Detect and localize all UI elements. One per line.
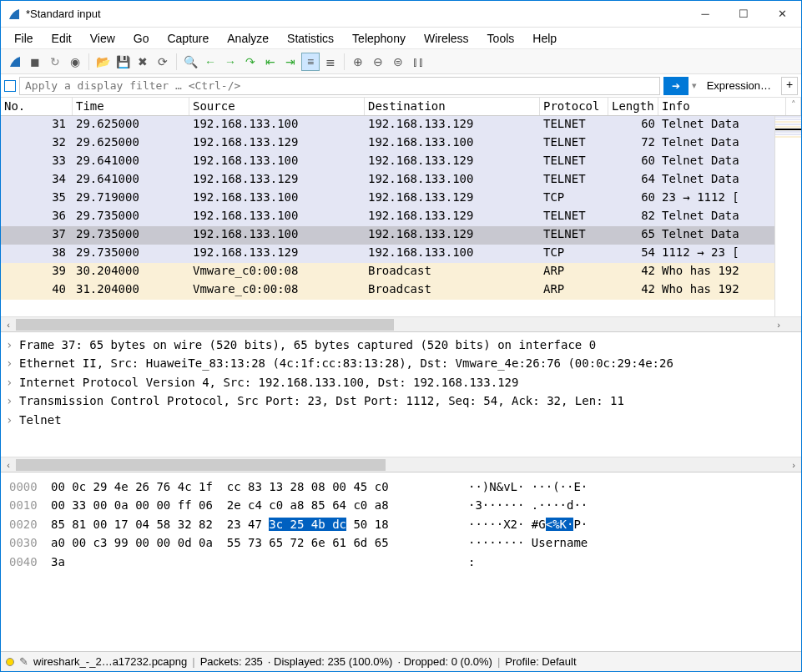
filter-bookmark-icon[interactable] [4,80,16,92]
hex-row[interactable]: 00403a: [9,553,793,571]
status-bar: ✎ wireshark_-_2…a17232.pcapng | Packets:… [1,651,801,671]
menu-edit[interactable]: Edit [43,30,80,47]
status-profile[interactable]: Profile: Default [505,655,576,668]
display-filter-input[interactable] [19,77,660,95]
menu-statistics[interactable]: Statistics [279,30,342,47]
menu-bar: File Edit View Go Capture Analyze Statis… [1,28,801,49]
save-file-icon[interactable]: 💾 [113,53,132,71]
packet-row[interactable]: 3629.735000192.168.133.100192.168.133.12… [1,208,801,226]
status-displayed: · Displayed: 235 (100.0%) [268,655,393,668]
menu-view[interactable]: View [82,30,124,47]
expand-icon[interactable]: › [6,373,19,392]
open-file-icon[interactable]: 📂 [93,53,112,71]
packet-row[interactable]: 3829.735000192.168.133.129192.168.133.10… [1,245,801,263]
packet-row[interactable]: 3229.625000192.168.133.129192.168.133.10… [1,134,801,153]
zoom-reset-icon[interactable]: ⊜ [389,53,407,71]
filter-dropdown-icon[interactable]: ▾ [692,80,697,91]
expand-icon[interactable]: › [6,392,19,410]
menu-file[interactable]: File [6,30,42,47]
col-protocol[interactable]: Protocol [540,98,608,115]
go-back-icon[interactable]: ← [201,53,219,71]
status-dropped: · Dropped: 0 (0.0%) [397,655,492,668]
toolbar-separator [88,53,89,70]
detail-tree-row[interactable]: ›Ethernet II, Src: HuaweiTe_83:13:28 (4c… [6,354,796,372]
expand-icon[interactable]: › [6,354,19,372]
app-icon [8,8,21,21]
col-destination[interactable]: Destination [365,98,540,115]
hex-row[interactable]: 001000 33 00 0a 00 00 ff 06 2e c4 c0 a8 … [9,496,793,514]
packet-row[interactable]: 4031.204000Vmware_c0:00:08BroadcastARP42… [1,281,801,300]
packet-row[interactable]: 3129.625000192.168.133.100192.168.133.12… [1,116,801,134]
zoom-out-icon[interactable]: ⊖ [369,53,387,71]
details-hscroll[interactable]: ‹› [1,457,801,472]
expand-icon[interactable]: › [6,411,19,429]
scroll-up-icon[interactable]: ˄ [786,98,801,115]
expression-button[interactable]: Expression… [700,79,778,92]
resize-columns-icon[interactable]: ⫿⫿ [409,53,427,71]
col-number[interactable]: No. [1,98,73,115]
window-titlebar: *Standard input ─ ☐ ✕ [1,1,801,28]
packet-list-header: No. Time Source Destination Protocol Len… [1,98,801,116]
packet-details-pane[interactable]: ›Frame 37: 65 bytes on wire (520 bits), … [1,331,801,457]
detail-tree-row[interactable]: ›Frame 37: 65 bytes on wire (520 bits), … [6,336,796,354]
menu-help[interactable]: Help [524,30,565,47]
maximize-button[interactable]: ☐ [724,1,763,28]
find-icon[interactable]: 🔍 [181,53,199,71]
restart-capture-icon[interactable]: ↻ [46,53,64,71]
detail-tree-row[interactable]: ›Telnet [6,411,796,429]
capture-options-icon[interactable]: ◉ [66,53,84,71]
hex-row[interactable]: 0030a0 00 c3 99 00 00 0d 0a 55 73 65 72 … [9,533,793,552]
packet-bytes-pane[interactable]: 000000 0c 29 4e 26 76 4c 1f cc 83 13 28 … [1,472,801,651]
reload-icon[interactable]: ⟳ [154,53,172,71]
packet-row[interactable]: 3729.735000192.168.133.100192.168.133.12… [1,226,801,245]
expand-icon[interactable]: › [6,336,19,354]
packet-row[interactable]: 3529.719000192.168.133.100192.168.133.12… [1,189,801,208]
edit-capture-icon[interactable]: ✎ [19,655,28,668]
main-toolbar: ◼ ↻ ◉ 📂 💾 ✖ ⟳ 🔍 ← → ↷ ⇤ ⇥ ≡ ≣ ⊕ ⊖ ⊜ ⫿⫿ [1,49,801,74]
close-button[interactable]: ✕ [763,1,801,28]
menu-analyze[interactable]: Analyze [219,30,277,47]
go-forward-icon[interactable]: → [221,53,240,71]
packet-row[interactable]: 3329.641000192.168.133.100192.168.133.12… [1,153,801,171]
packet-row[interactable]: 3930.204000Vmware_c0:00:08BroadcastARP42… [1,263,801,281]
go-last-icon[interactable]: ⇥ [281,53,300,71]
hex-row[interactable]: 002085 81 00 17 04 58 32 82 23 47 3c 25 … [9,515,793,533]
menu-wireless[interactable]: Wireless [416,30,477,47]
toolbar-separator [176,53,177,70]
close-file-icon[interactable]: ✖ [134,53,152,71]
packet-list-pane: No. Time Source Destination Protocol Len… [1,98,801,316]
detail-tree-row[interactable]: ›Transmission Control Protocol, Src Port… [6,392,796,410]
stop-capture-icon[interactable]: ◼ [26,53,44,71]
go-to-packet-icon[interactable]: ↷ [241,53,260,71]
packet-row[interactable]: 3429.641000192.168.133.129192.168.133.10… [1,171,801,189]
toolbar-separator [344,53,345,70]
col-length[interactable]: Length [608,98,658,115]
apply-filter-button[interactable]: ➔ [663,77,689,95]
filter-bar: ➔ ▾ Expression… + [1,74,801,98]
col-time[interactable]: Time [73,98,189,115]
hex-row[interactable]: 000000 0c 29 4e 26 76 4c 1f cc 83 13 28 … [9,477,793,496]
go-first-icon[interactable]: ⇤ [261,53,280,71]
colorize-icon[interactable]: ≣ [321,53,340,71]
packet-minimap[interactable] [774,116,801,316]
status-packets: Packets: 235 [200,655,263,668]
zoom-in-icon[interactable]: ⊕ [349,53,367,71]
menu-tools[interactable]: Tools [479,30,523,47]
detail-tree-row[interactable]: ›Internet Protocol Version 4, Src: 192.1… [6,373,796,392]
minimize-button[interactable]: ─ [686,1,724,28]
auto-scroll-icon[interactable]: ≡ [301,53,320,71]
menu-go[interactable]: Go [125,30,158,47]
col-info[interactable]: Info [658,98,786,115]
expert-info-icon[interactable] [6,658,14,666]
add-filter-button[interactable]: + [781,77,798,95]
packet-list-hscroll[interactable]: ‹› [1,316,801,331]
menu-capture[interactable]: Capture [159,30,217,47]
col-source[interactable]: Source [189,98,365,115]
menu-telephony[interactable]: Telephony [344,30,414,47]
window-title: *Standard input [26,8,686,20]
status-file: wireshark_-_2…a17232.pcapng [33,655,187,668]
start-capture-icon[interactable] [6,53,24,71]
